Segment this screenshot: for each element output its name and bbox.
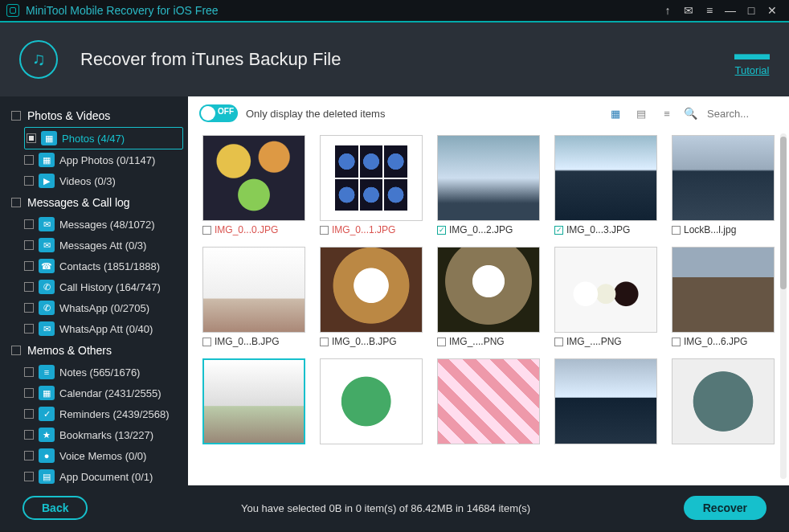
category-checkbox[interactable] (11, 198, 21, 207)
file-cell[interactable]: IMG_....PNG (437, 247, 540, 350)
sidebar-item[interactable]: ✆WhatsApp (0/2705) (24, 297, 183, 318)
deleted-only-toggle[interactable]: OFF (199, 104, 238, 122)
sidebar-item[interactable]: ●Voice Memos (0/0) (24, 445, 183, 466)
file-cell[interactable] (554, 358, 657, 444)
item-checkbox[interactable] (24, 240, 34, 250)
category-header[interactable]: Memos & Others (8, 339, 183, 362)
file-cell[interactable] (320, 358, 423, 444)
file-cell[interactable]: IMG_0...1.JPG (320, 135, 423, 239)
file-checkbox[interactable] (202, 226, 211, 235)
minimize-icon[interactable]: — (720, 0, 741, 21)
sidebar-item[interactable]: ✉Messages (48/1072) (24, 214, 183, 235)
list-view-icon[interactable]: ≡ (658, 104, 676, 122)
file-cell[interactable]: IMG_0...B.JPG (320, 247, 423, 350)
grid-view-icon[interactable]: ▦ (607, 104, 624, 122)
back-button[interactable]: Back (22, 496, 88, 520)
category-header[interactable]: Photos & Videos (8, 104, 183, 127)
item-checkbox[interactable] (24, 261, 34, 271)
file-cell[interactable]: IMG_0...6.JPG (672, 247, 775, 350)
sidebar-item[interactable]: ☎Contacts (1851/1888) (24, 256, 183, 276)
item-checkbox[interactable] (24, 388, 34, 398)
scrollbar[interactable] (780, 133, 787, 479)
tutorial-link[interactable]: ▬▬ Tutorial (734, 43, 770, 76)
item-checkbox[interactable] (24, 324, 34, 334)
item-checkbox[interactable] (24, 367, 34, 377)
upload-icon[interactable]: ↑ (657, 0, 678, 21)
category-label: Photos & Videos (27, 109, 110, 122)
item-checkbox[interactable] (24, 219, 34, 229)
thumbnail[interactable] (554, 247, 657, 333)
file-cell[interactable]: IMG_0...0.JPG (202, 135, 305, 239)
thumbnail[interactable] (320, 247, 423, 333)
file-checkbox[interactable] (202, 338, 211, 346)
menu-icon[interactable]: ≡ (699, 0, 720, 21)
mail-icon[interactable]: ✉ (678, 0, 699, 21)
titlebar: MiniTool Mobile Recovery for iOS Free ↑ … (0, 0, 789, 23)
thumbnail[interactable] (202, 358, 305, 444)
file-checkbox[interactable] (672, 338, 681, 346)
thumbnail[interactable] (672, 358, 775, 444)
sidebar-item[interactable]: ≡Notes (565/1676) (24, 362, 183, 383)
file-checkbox[interactable] (554, 338, 563, 346)
item-checkbox[interactable] (24, 451, 34, 460)
item-checkbox[interactable] (24, 409, 34, 419)
category-header[interactable]: Messages & Call log (8, 191, 183, 214)
item-checkbox[interactable] (24, 176, 34, 186)
category-label: Messages & Call log (27, 196, 130, 209)
thumbnail[interactable] (437, 135, 540, 221)
thumbnail[interactable] (672, 247, 775, 333)
thumbnail[interactable] (437, 247, 540, 333)
file-checkbox[interactable]: ✓ (554, 226, 563, 235)
file-cell[interactable]: IMG_0...B.JPG (202, 247, 305, 350)
main-panel: OFF Only display the deleted items ▦ ▤ ≡… (188, 96, 789, 485)
item-checkbox[interactable] (24, 430, 34, 440)
category-checkbox[interactable] (11, 346, 21, 355)
thumbnail[interactable] (437, 358, 540, 444)
sidebar-item[interactable]: ✉Messages Att (0/3) (24, 235, 183, 256)
item-checkbox[interactable] (24, 472, 34, 481)
item-checkbox[interactable] (24, 282, 34, 292)
music-note-icon: ♫ (19, 40, 58, 79)
category-checkbox[interactable] (11, 111, 21, 121)
item-icon: ≡ (39, 365, 55, 379)
sidebar-item[interactable]: ✆Call History (164/747) (24, 276, 183, 297)
thumbnail[interactable] (202, 135, 305, 221)
sidebar-item[interactable]: ▤App Document (0/1) (24, 466, 183, 485)
sidebar-item[interactable]: ▦Photos (4/47) (24, 127, 183, 149)
sidebar-item[interactable]: ✉WhatsApp Att (0/40) (24, 318, 183, 339)
file-checkbox[interactable] (672, 226, 681, 235)
item-checkbox[interactable] (24, 155, 34, 165)
maximize-icon[interactable]: □ (741, 0, 762, 21)
file-cell[interactable] (672, 358, 775, 444)
file-checkbox[interactable]: ✓ (437, 226, 446, 235)
item-icon: ★ (39, 428, 55, 442)
item-checkbox[interactable] (24, 303, 34, 313)
file-checkbox[interactable] (320, 338, 329, 346)
file-cell[interactable] (202, 358, 305, 444)
sidebar-item[interactable]: ▦App Photos (0/1147) (24, 149, 183, 170)
sidebar-item[interactable]: ▶Videos (0/3) (24, 170, 183, 191)
search-input[interactable] (705, 106, 778, 121)
file-cell[interactable]: IMG_....PNG (554, 247, 657, 350)
item-checkbox[interactable] (27, 133, 36, 143)
thumbnail[interactable] (202, 247, 305, 333)
file-checkbox[interactable] (437, 338, 446, 346)
sidebar-item[interactable]: ★Bookmarks (13/227) (24, 424, 183, 445)
calendar-view-icon[interactable]: ▤ (632, 104, 650, 122)
file-cell[interactable]: ✓IMG_0...3.JPG (554, 135, 657, 239)
sidebar-item[interactable]: ✓Reminders (2439/2568) (24, 403, 183, 424)
thumbnail[interactable] (320, 358, 423, 444)
item-label: Contacts (1851/1888) (59, 260, 160, 272)
close-icon[interactable]: ✕ (762, 0, 783, 21)
file-checkbox[interactable] (320, 226, 329, 235)
thumbnail[interactable] (672, 135, 775, 221)
thumbnail[interactable] (320, 135, 423, 221)
recover-button[interactable]: Recover (684, 496, 767, 520)
file-cell[interactable]: LockB...l.jpg (672, 135, 775, 239)
sidebar-item[interactable]: ▦Calendar (2431/2555) (24, 383, 183, 403)
file-cell[interactable] (437, 358, 540, 444)
file-name: IMG_0...B.JPG (215, 336, 280, 347)
file-cell[interactable]: ✓IMG_0...2.JPG (437, 135, 540, 239)
thumbnail[interactable] (554, 135, 657, 221)
thumbnail[interactable] (554, 358, 657, 444)
